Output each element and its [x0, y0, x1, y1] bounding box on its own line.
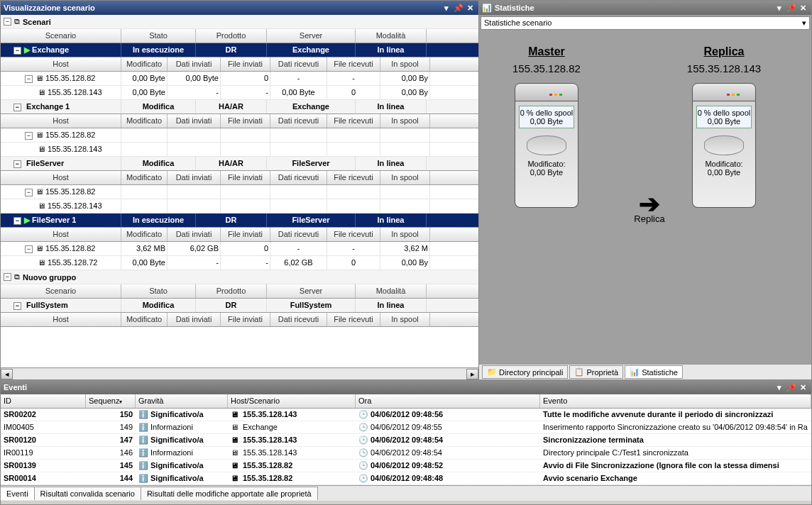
collapse-icon[interactable]: −: [25, 189, 33, 196]
statistics-dropdown[interactable]: Statistiche scenario ▾: [481, 16, 810, 30]
bottom-tab[interactable]: Risultati convalida scenario: [34, 487, 141, 500]
scroll-right-icon[interactable]: ▸: [466, 369, 478, 379]
hdr-dati-ricevuti[interactable]: Dati ricevuti: [270, 313, 327, 326]
hdr-dati-ricevuti[interactable]: Dati ricevuti: [270, 57, 327, 71]
collapse-icon[interactable]: −: [25, 75, 33, 83]
collapse-icon[interactable]: −: [4, 273, 11, 281]
hdr-host[interactable]: Host: [1, 114, 121, 128]
scenario-tree-body[interactable]: −⧉ ScenariScenarioStatoProdottoServerMod…: [1, 15, 478, 367]
group-node[interactable]: −⧉ Nuovo gruppo: [1, 270, 478, 284]
collapse-icon[interactable]: −: [13, 302, 21, 310]
event-row[interactable]: SR00139145ℹ️Significativo/a🖥155.35.128.8…: [1, 460, 811, 472]
event-row[interactable]: SR00202150ℹ️Significativo/a🖥155.35.128.1…: [1, 409, 811, 421]
dropdown-icon[interactable]: ▾: [441, 3, 451, 13]
host-row[interactable]: 🖥 155.35.128.143: [1, 143, 478, 157]
hdr-stato[interactable]: Stato: [121, 284, 196, 298]
hdr-file-ricevuti[interactable]: File ricevuti: [327, 114, 380, 128]
hdr-dati-inviati[interactable]: Dati inviati: [168, 114, 221, 128]
hdr-modificato[interactable]: Modificato: [121, 228, 168, 241]
hdr-modalità[interactable]: Modalità: [356, 284, 427, 298]
hdr-modificato[interactable]: Modificato: [121, 313, 168, 326]
hdr-in-spool[interactable]: In spool: [380, 313, 430, 326]
collapse-icon[interactable]: −: [13, 104, 21, 111]
hdr-host[interactable]: Host: [1, 171, 121, 184]
event-row[interactable]: IR00119146ℹ️Informazioni🖥155.35.128.143🕒…: [1, 447, 811, 460]
scroll-left-icon[interactable]: ◂: [1, 369, 13, 379]
close-icon[interactable]: ✕: [798, 382, 808, 392]
host-row[interactable]: −🖥 155.35.128.820,00 Byte0,00 Byte0--0,0…: [1, 72, 478, 86]
hdr-dati-ricevuti[interactable]: Dati ricevuti: [270, 228, 327, 241]
host-row[interactable]: −🖥 155.35.128.82: [1, 128, 478, 143]
hdr-host[interactable]: Host: [1, 57, 121, 71]
hdr-host[interactable]: Host: [1, 228, 121, 241]
hdr-dati-inviati[interactable]: Dati inviati: [168, 171, 221, 184]
hdr-host[interactable]: Host: [1, 313, 121, 326]
host-row[interactable]: 🖥 155.35.128.1430,00 Byte--0,00 Byte00,0…: [1, 86, 478, 100]
close-icon[interactable]: ✕: [465, 3, 476, 13]
hdr-modalità[interactable]: Modalità: [356, 29, 427, 43]
collapse-icon[interactable]: −: [13, 160, 21, 168]
stats-tab[interactable]: 📋Proprietà: [569, 365, 623, 379]
hdr-in-spool[interactable]: In spool: [380, 228, 430, 241]
hdr-scenario[interactable]: Scenario: [1, 284, 121, 298]
events-col-gravità[interactable]: Gravità: [136, 394, 228, 408]
hdr-in-spool[interactable]: In spool: [380, 171, 430, 184]
hdr-in-spool[interactable]: In spool: [380, 114, 430, 128]
event-row[interactable]: SR00014144ℹ️Significativo/a🖥155.35.128.8…: [1, 472, 811, 485]
pin-icon[interactable]: 📌: [786, 3, 796, 13]
pin-icon[interactable]: 📌: [453, 3, 463, 13]
hdr-dati-inviati[interactable]: Dati inviati: [168, 57, 221, 71]
scenario-row[interactable]: −▶ FileServer 1In esecuzioneDRFileServer…: [1, 213, 478, 228]
hdr-file-ricevuti[interactable]: File ricevuti: [327, 313, 380, 326]
hdr-file-inviati[interactable]: File inviati: [221, 171, 270, 184]
group-node[interactable]: −⧉ Scenari: [1, 15, 478, 29]
events-col-sequenz[interactable]: Sequenz▾: [86, 394, 136, 408]
event-row[interactable]: IM00405149ℹ️Informazioni🖥Exchange🕒04/06/…: [1, 421, 811, 434]
close-icon[interactable]: ✕: [798, 3, 808, 13]
scenario-row[interactable]: − FullSystemModificaDRFullSystemIn linea: [1, 299, 478, 313]
hdr-prodotto[interactable]: Prodotto: [196, 29, 267, 43]
collapse-icon[interactable]: −: [13, 217, 21, 225]
hdr-dati-inviati[interactable]: Dati inviati: [168, 313, 221, 326]
hdr-server[interactable]: Server: [267, 29, 356, 43]
event-row[interactable]: SR00120147ℹ️Significativo/a🖥155.35.128.1…: [1, 434, 811, 447]
hdr-file-inviati[interactable]: File inviati: [221, 228, 270, 241]
events-col-host/scenario[interactable]: Host/Scenario: [228, 394, 356, 408]
scenario-row[interactable]: − Exchange 1ModificaHA/ARExchangeIn line…: [1, 100, 478, 114]
hdr-modificato[interactable]: Modificato: [121, 114, 168, 128]
host-row[interactable]: −🖥 155.35.128.82: [1, 185, 478, 199]
hdr-file-inviati[interactable]: File inviati: [221, 114, 270, 128]
events-col-evento[interactable]: Evento: [540, 394, 811, 408]
events-col-ora[interactable]: Ora: [356, 394, 540, 408]
hdr-file-ricevuti[interactable]: File ricevuti: [327, 171, 380, 184]
stats-tab[interactable]: 📁Directory principali: [482, 365, 568, 379]
hdr-dati-ricevuti[interactable]: Dati ricevuti: [270, 114, 327, 128]
bottom-tab[interactable]: Risultati delle modifiche apportate alle…: [141, 487, 318, 500]
hdr-scenario[interactable]: Scenario: [1, 29, 121, 43]
horizontal-scrollbar[interactable]: ◂ ▸: [1, 367, 478, 379]
host-row[interactable]: −🖥 155.35.128.823,62 MB6,02 GB0--3,62 M: [1, 242, 478, 256]
collapse-icon[interactable]: −: [4, 18, 11, 26]
hdr-stato[interactable]: Stato: [121, 29, 196, 43]
dropdown-icon[interactable]: ▾: [774, 382, 784, 392]
events-col-id[interactable]: ID: [1, 394, 86, 408]
hdr-file-inviati[interactable]: File inviati: [221, 57, 270, 71]
hdr-file-ricevuti[interactable]: File ricevuti: [327, 228, 380, 241]
collapse-icon[interactable]: −: [25, 132, 33, 140]
hdr-modificato[interactable]: Modificato: [121, 171, 168, 184]
host-row[interactable]: 🖥 155.35.128.720,00 Byte--6,02 GB00,00 B…: [1, 256, 478, 270]
hdr-prodotto[interactable]: Prodotto: [196, 284, 267, 298]
pin-icon[interactable]: 📌: [786, 382, 796, 392]
hdr-in-spool[interactable]: In spool: [380, 57, 430, 71]
bottom-tab[interactable]: Eventi: [0, 487, 35, 500]
host-row[interactable]: 🖥 155.35.128.143: [1, 199, 478, 213]
hdr-server[interactable]: Server: [267, 284, 356, 298]
hdr-dati-ricevuti[interactable]: Dati ricevuti: [270, 171, 327, 184]
hdr-modificato[interactable]: Modificato: [121, 57, 168, 71]
collapse-icon[interactable]: −: [25, 245, 33, 253]
hdr-file-inviati[interactable]: File inviati: [221, 313, 270, 326]
dropdown-icon[interactable]: ▾: [774, 3, 784, 13]
collapse-icon[interactable]: −: [13, 47, 21, 55]
hdr-dati-inviati[interactable]: Dati inviati: [168, 228, 221, 241]
stats-tab[interactable]: 📊Statistiche: [625, 365, 683, 379]
